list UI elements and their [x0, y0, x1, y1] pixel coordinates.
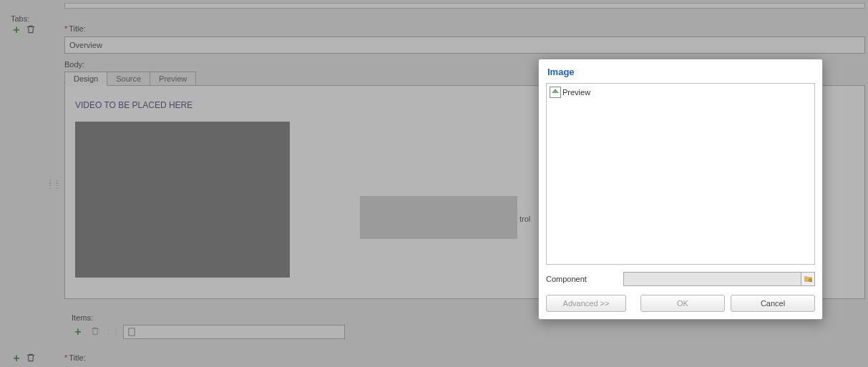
add-item-button[interactable]: +: [72, 326, 84, 338]
items-toolbar: + ⋮⋮: [72, 325, 865, 339]
title-field-area: *Title: Overview: [64, 23, 865, 54]
body-placeholder-text: VIDEO TO BE PLACED HERE: [75, 100, 192, 110]
delete-tab-button-2[interactable]: [25, 353, 36, 364]
items-label: Items:: [72, 313, 93, 322]
component-label: Component: [546, 275, 618, 283]
partial-text: trol: [520, 215, 530, 223]
inline-grey-block: [360, 196, 517, 239]
tab-design[interactable]: Design: [64, 72, 107, 86]
trash-icon: [90, 326, 100, 338]
title-input[interactable]: Overview: [64, 36, 865, 54]
tabs-label: Tabs:: [11, 14, 29, 23]
component-input[interactable]: [623, 272, 815, 286]
video-placeholder-box[interactable]: [75, 122, 290, 278]
preview-alt-text: Preview: [562, 88, 590, 97]
drag-handle-icon[interactable]: ⋮⋮⋮⋮: [47, 182, 61, 187]
tabs-buttons: +: [11, 24, 36, 36]
svg-line-2: [811, 281, 811, 282]
cancel-button[interactable]: Cancel: [731, 295, 815, 312]
image-dialog: Image Preview Component Advanced >> OK C…: [538, 59, 823, 320]
broken-image-placeholder: Preview: [550, 87, 590, 98]
component-browse-button[interactable]: [801, 273, 814, 285]
bottom-tabs-buttons: +: [11, 353, 36, 364]
add-tab-button[interactable]: +: [11, 24, 22, 36]
add-tab-button-2[interactable]: +: [11, 353, 22, 364]
broken-image-icon: [550, 87, 561, 98]
delete-tab-button[interactable]: [25, 24, 36, 36]
dialog-title: Image: [547, 67, 814, 77]
ok-button[interactable]: OK: [640, 295, 725, 312]
document-icon: [127, 327, 137, 337]
tab-preview[interactable]: Preview: [150, 72, 196, 86]
item-input[interactable]: [123, 325, 345, 339]
body-label: Body:: [64, 60, 84, 69]
image-preview-area: Preview: [546, 83, 815, 265]
folder-search-icon: [804, 274, 813, 285]
top-strip: [64, 3, 865, 9]
plus-icon: +: [74, 327, 81, 337]
dialog-button-row: Advanced >> OK Cancel: [546, 295, 815, 312]
grip-icon: ⋮⋮: [104, 328, 120, 337]
plus-icon: +: [13, 353, 19, 363]
trash-icon: [26, 24, 36, 36]
title-label-2: *Title:: [64, 353, 86, 362]
plus-icon: +: [13, 25, 19, 35]
advanced-button[interactable]: Advanced >>: [546, 295, 626, 312]
svg-rect-0: [129, 328, 135, 336]
delete-item-button: [89, 326, 102, 338]
tab-source[interactable]: Source: [107, 72, 150, 86]
title-label: *Title:: [64, 24, 86, 33]
component-row: Component: [546, 272, 815, 286]
trash-icon: [26, 353, 36, 364]
reorder-item-button: ⋮⋮: [106, 326, 119, 338]
